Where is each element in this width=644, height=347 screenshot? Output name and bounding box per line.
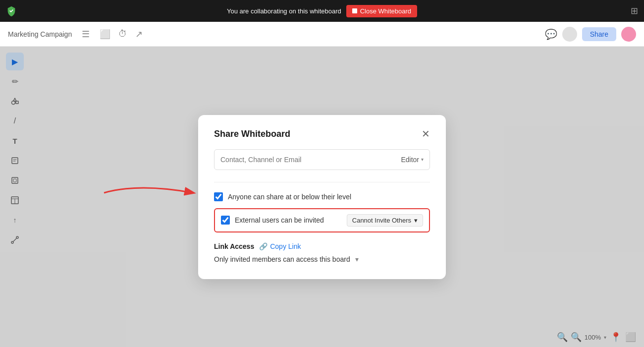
link-icon: 🔗	[259, 242, 268, 250]
comment-icon[interactable]: 💬	[545, 28, 557, 40]
link-access-label: Link Access	[214, 242, 254, 250]
modal-close-button[interactable]: ✕	[422, 129, 430, 139]
collab-badge: You are collaborating on this whiteboard…	[227, 5, 417, 17]
role-label: Editor	[401, 156, 419, 164]
access-dropdown-row[interactable]: Only invited members can access this boa…	[214, 255, 430, 263]
modal-header: Share Whiteboard ✕	[214, 129, 430, 139]
page-title: Marketing Campaign	[8, 30, 72, 38]
presentation-icon[interactable]: ⬜	[100, 29, 110, 40]
anyone-share-label: Anyone can share at or below their level	[228, 193, 351, 201]
user-avatar	[621, 27, 636, 42]
canvas-area: ▶ ✏ / T	[0, 47, 644, 347]
share-modal: Share Whiteboard ✕ Editor ▾ Anyone can s…	[198, 115, 446, 279]
nav-bar: Marketing Campaign ☰ ⬜ ⏱ ↗ 💬 Share	[0, 22, 644, 47]
access-chevron-icon: ▾	[355, 255, 359, 263]
avatar	[562, 27, 577, 42]
external-chevron-icon: ▾	[414, 217, 418, 224]
copy-link-button[interactable]: 🔗 Copy Link	[259, 242, 301, 250]
external-users-label: External users can be invited	[235, 216, 342, 224]
anyone-share-row: Anyone can share at or below their level	[214, 192, 430, 201]
top-bar: You are collaborating on this whiteboard…	[0, 0, 644, 22]
modal-overlay: Share Whiteboard ✕ Editor ▾ Anyone can s…	[0, 47, 644, 347]
top-bar-right: ⊞	[631, 0, 638, 22]
divider	[214, 182, 430, 182]
close-sq-icon	[352, 8, 357, 13]
menu-icon[interactable]: ☰	[82, 29, 90, 40]
invite-input[interactable]	[220, 156, 401, 164]
role-dropdown[interactable]: Editor ▾	[401, 156, 424, 164]
external-users-checkbox[interactable]	[221, 216, 230, 225]
modal-title: Share Whiteboard	[214, 129, 290, 139]
shield-icon	[6, 5, 17, 16]
external-invite-dropdown[interactable]: Cannot Invite Others ▾	[347, 214, 423, 227]
link-access-row: Link Access 🔗 Copy Link	[214, 242, 430, 250]
access-description: Only invited members can access this boa…	[214, 255, 350, 263]
timer-icon[interactable]: ⏱	[118, 29, 127, 39]
pointer-icon[interactable]: ↗	[135, 29, 143, 40]
role-chevron-icon: ▾	[421, 157, 424, 162]
grid-icon: ⊞	[631, 5, 638, 16]
external-users-row: External users can be invited Cannot Inv…	[214, 208, 430, 232]
external-invite-label: Cannot Invite Others	[352, 217, 411, 224]
copy-link-label: Copy Link	[270, 242, 301, 250]
close-whiteboard-button[interactable]: Close Whiteboard	[346, 5, 417, 17]
share-button[interactable]: Share	[582, 27, 616, 41]
collab-text: You are collaborating on this whiteboard	[227, 7, 341, 15]
anyone-share-checkbox[interactable]	[214, 192, 223, 201]
nav-icons: ⬜ ⏱ ↗	[100, 29, 143, 40]
nav-bar-right: 💬 Share	[545, 27, 636, 42]
close-whiteboard-label: Close Whiteboard	[360, 7, 411, 15]
invite-row: Editor ▾	[214, 149, 430, 170]
